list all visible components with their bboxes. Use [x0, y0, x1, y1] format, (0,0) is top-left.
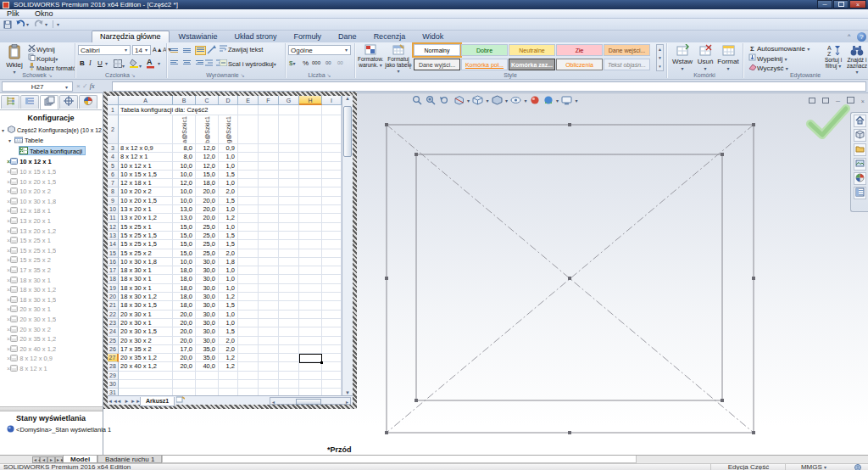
config-item[interactable]: × 20 x 35 x 1,2: [7, 334, 56, 344]
cell-F26[interactable]: [259, 345, 279, 354]
cell-E25[interactable]: [238, 337, 259, 345]
cell-D9[interactable]: 1,5: [219, 197, 238, 205]
cell-A9[interactable]: 10 x 20 x 1,5: [119, 197, 173, 205]
cell-B14[interactable]: 15,0: [173, 240, 196, 249]
cell-E2[interactable]: [238, 115, 259, 144]
cell-I18[interactable]: [322, 275, 342, 283]
grow-font-button[interactable]: A▲: [153, 45, 163, 54]
cell-G12[interactable]: [279, 223, 299, 232]
cell-H12[interactable]: [299, 223, 322, 232]
cell-C5[interactable]: 12,0: [196, 162, 219, 171]
cell-E22[interactable]: [238, 311, 259, 319]
cell-F29[interactable]: [259, 372, 279, 380]
accounting-format-button[interactable]: $▾: [289, 59, 295, 68]
cell-E14[interactable]: [238, 240, 259, 249]
row-header-8[interactable]: 8: [108, 187, 119, 196]
cell-G11[interactable]: [279, 214, 299, 222]
cell-E12[interactable]: [238, 223, 259, 232]
section-dropdown-icon[interactable]: ▾: [467, 98, 470, 104]
row-header-21[interactable]: 21: [108, 301, 119, 310]
cell-B23[interactable]: 20,0: [173, 319, 196, 327]
cell-F6[interactable]: [259, 171, 279, 179]
tab-configurationmanager[interactable]: [40, 95, 58, 109]
cell-I3[interactable]: [322, 144, 342, 153]
cell-C9[interactable]: 20,0: [196, 197, 219, 205]
config-item[interactable]: × 10 x 30 x 1,8: [7, 197, 56, 206]
cell-D25[interactable]: 2,0: [219, 337, 238, 345]
config-item[interactable]: × 18 x 30 x 1,5: [7, 295, 56, 305]
cell-F23[interactable]: [259, 319, 279, 327]
cell-D26[interactable]: 2,0: [219, 345, 238, 354]
cell-D19[interactable]: 1,0: [219, 284, 238, 293]
config-item[interactable]: × 10 x 15 x 1,5: [7, 167, 56, 176]
cell-C12[interactable]: 25,0: [196, 223, 219, 232]
resources-icon[interactable]: [854, 129, 866, 142]
cell-B13[interactable]: 15,0: [173, 232, 196, 240]
cell-C6[interactable]: 15,0: [196, 171, 219, 179]
cell-H14[interactable]: [299, 240, 322, 249]
cell-G23[interactable]: [279, 319, 299, 327]
cell-style-tekst-obja-n-[interactable]: Tekst objaśn...: [604, 59, 650, 70]
clear-button[interactable]: Wyczyść ▾: [748, 63, 815, 72]
config-item[interactable]: × 10 x 20 x 2: [7, 187, 51, 196]
row-header-4[interactable]: 4: [108, 153, 119, 161]
row-header-15[interactable]: 15: [108, 249, 119, 258]
cell-G24[interactable]: [279, 327, 299, 336]
cell-I21[interactable]: [322, 301, 342, 310]
config-item[interactable]: × 13 x 20 x 1: [7, 216, 51, 226]
cell-D29[interactable]: [219, 372, 238, 380]
cell-F24[interactable]: [259, 327, 279, 336]
zoom-area-icon[interactable]: [426, 95, 436, 107]
font-dialog-launcher[interactable]: ↘: [131, 73, 136, 78]
display-style-dropdown-icon[interactable]: ▾: [505, 98, 508, 104]
cell-B10[interactable]: 13,0: [173, 205, 196, 214]
save-icon[interactable]: [3, 20, 12, 31]
worksheet[interactable]: ABCDEFGHI1Tabela konfiguracji dla: Część…: [108, 96, 342, 395]
ribbon-tab-uk-ad-strony[interactable]: Układ strony: [227, 31, 285, 42]
cell-B16[interactable]: 10,0: [173, 258, 196, 266]
cell-E10[interactable]: [238, 205, 259, 214]
status-units[interactable]: MMGS ▾: [785, 464, 842, 470]
sort-filter-button[interactable]: AZ Sortuj ifiltruj ▾: [821, 44, 846, 69]
confirmation-corner-check[interactable]: [804, 104, 853, 143]
cell-E24[interactable]: [238, 327, 259, 336]
minimize-ribbon-icon[interactable]: ^: [848, 33, 850, 39]
cell-I15[interactable]: [322, 249, 342, 258]
cell-E17[interactable]: [238, 266, 259, 275]
autosum-button[interactable]: ΣAutosumowanie ▾: [748, 44, 832, 53]
cell-C13[interactable]: 25,0: [196, 232, 219, 240]
cell-I7[interactable]: [322, 179, 342, 187]
scene-dropdown-icon[interactable]: ▾: [556, 98, 559, 104]
cell-B7[interactable]: 12,0: [173, 179, 196, 187]
cell-style-dobre[interactable]: Dobre: [461, 44, 508, 56]
cell-H25[interactable]: [299, 337, 322, 345]
cell-A7[interactable]: 12 x 18 x 1: [119, 179, 173, 187]
cell-I23[interactable]: [322, 319, 342, 327]
row-header-24[interactable]: 24: [108, 327, 119, 336]
cell-A24[interactable]: 20 x 30 x 1,5: [119, 327, 173, 336]
cell-A1[interactable]: Tabela konfiguracji dla: Część2: [119, 105, 238, 115]
paste-button[interactable]: Wklej▾: [3, 44, 25, 75]
cell-A28[interactable]: 20 x 40 x 1,2: [119, 362, 173, 371]
cell-A25[interactable]: 20 x 30 x 2: [119, 337, 173, 345]
cell-D17[interactable]: 1,0: [219, 266, 238, 275]
close-button[interactable]: ×: [849, 0, 866, 8]
row-header-19[interactable]: 19: [108, 284, 119, 293]
align-top-buttons[interactable]: [170, 46, 208, 57]
fill-color-button[interactable]: ▾: [130, 59, 142, 70]
cell-G6[interactable]: [279, 171, 299, 179]
cell-D14[interactable]: 1,5: [219, 240, 238, 249]
cell-C15[interactable]: 25,0: [196, 249, 219, 258]
cell-H8[interactable]: [299, 187, 322, 196]
vertical-scrollbar[interactable]: ▲ ▼: [342, 96, 353, 395]
tab-propertymanager[interactable]: [20, 95, 39, 109]
cell-A3[interactable]: 8 x 12 x 0,9: [119, 144, 173, 153]
sheet-tab-arkusz1[interactable]: Arkusz1: [140, 397, 175, 406]
ribbon-tab-narz-dzia-g-wne[interactable]: Narzędzia główne: [92, 31, 170, 42]
panel-splitter[interactable]: [0, 406, 103, 411]
config-item[interactable]: × 20 x 30 x 1: [7, 305, 51, 314]
cell-A30[interactable]: [119, 380, 173, 389]
cell-H20[interactable]: [299, 293, 322, 301]
tile-icon[interactable]: [822, 98, 829, 104]
cell-A4[interactable]: 8 x 12 x 1: [119, 153, 173, 161]
